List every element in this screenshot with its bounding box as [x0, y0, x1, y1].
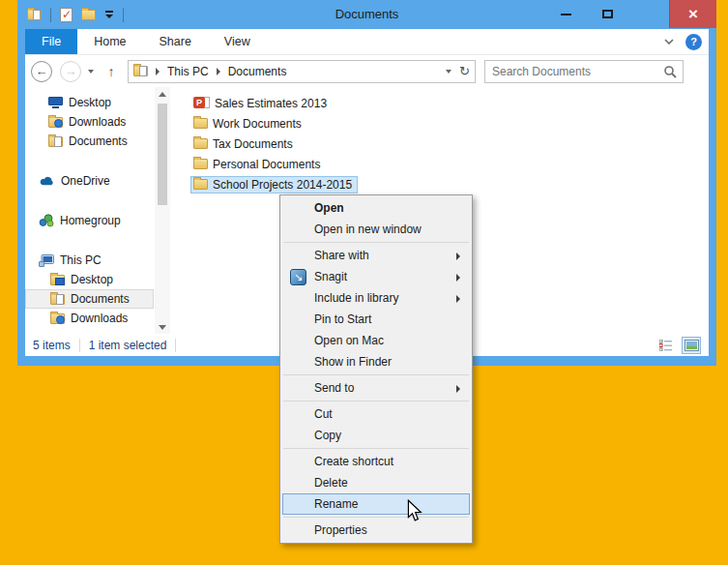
search-input[interactable]: [485, 61, 683, 82]
tab-file[interactable]: File: [25, 29, 77, 54]
details-view-icon: [659, 340, 673, 351]
file-row: Tax Documents: [190, 134, 709, 154]
recent-locations-icon[interactable]: [88, 70, 94, 74]
folder-school-projects[interactable]: School Projects 2014-2015: [190, 176, 358, 193]
folder-document-icon: [48, 136, 63, 147]
address-dropdown-icon[interactable]: [446, 70, 451, 74]
scrollbar-thumb[interactable]: [158, 104, 167, 205]
menu-item-show-in-finder[interactable]: Show in Finder: [282, 351, 470, 372]
navigation-toolbar: ← → ↑ This PC Documents ↻: [25, 55, 709, 87]
menu-item-share-with[interactable]: Share with: [282, 245, 470, 266]
refresh-icon[interactable]: ↻: [459, 64, 470, 78]
menu-item-create-shortcut[interactable]: Create shortcut: [282, 451, 470, 472]
desktop: ✓ Documents × File Home Share View ?: [0, 0, 728, 565]
mouse-cursor: [404, 499, 425, 522]
maximize-button[interactable]: [593, 0, 622, 28]
folder-icon: [193, 118, 208, 129]
maximize-icon: [602, 10, 613, 18]
qat-separator: [50, 8, 51, 22]
minimize-button[interactable]: [551, 0, 580, 28]
navigation-pane: Desktop Downloads Documents OneDrive: [25, 87, 170, 334]
submenu-arrow-icon: [456, 385, 460, 393]
menu-item-open[interactable]: Open: [282, 197, 470, 219]
sidebar-item-pc-downloads[interactable]: Downloads: [25, 309, 154, 328]
qat-customize-icon[interactable]: [104, 11, 114, 18]
folder-work-documents[interactable]: Work Documents: [190, 115, 307, 133]
menu-item-pin-to-start[interactable]: Pin to Start: [282, 309, 470, 330]
ribbon-tabs: File Home Share View ?: [25, 29, 709, 55]
file-row: Personal Documents: [190, 154, 709, 174]
folder-download-icon: [50, 313, 65, 324]
computer-icon: [39, 254, 54, 267]
folder-monitor-icon: [50, 275, 65, 285]
menu-item-open-new-window[interactable]: Open in new window: [282, 219, 470, 240]
breadcrumb-arrow-icon[interactable]: [217, 68, 220, 75]
nav-scrollbar[interactable]: [155, 87, 170, 334]
search-icon[interactable]: [663, 65, 677, 78]
new-folder-icon[interactable]: [81, 10, 96, 20]
properties-icon[interactable]: ✓: [60, 8, 73, 22]
menu-item-include-in-library[interactable]: Include in library: [282, 287, 470, 309]
thumbnail-view-icon: [684, 340, 699, 351]
menu-separator: [283, 448, 469, 449]
submenu-arrow-icon: [456, 295, 460, 303]
file-sales-estimates[interactable]: P Sales Estimates 2013: [190, 95, 333, 112]
menu-item-snagit[interactable]: ↘Snagit: [282, 266, 470, 287]
menu-item-cut[interactable]: Cut: [282, 403, 470, 425]
qat-separator: [123, 8, 124, 22]
tab-home[interactable]: Home: [77, 29, 142, 54]
back-button[interactable]: ←: [31, 61, 52, 82]
sidebar-item-homegroup[interactable]: Homegroup: [25, 211, 154, 230]
address-bar[interactable]: This PC Documents ↻: [128, 60, 476, 83]
homegroup-icon: [39, 214, 54, 227]
scroll-up-icon[interactable]: [155, 87, 170, 101]
scroll-down-icon[interactable]: [155, 320, 170, 334]
details-view-button[interactable]: [656, 337, 676, 354]
sidebar-item-onedrive[interactable]: OneDrive: [25, 171, 154, 191]
menu-separator: [283, 374, 469, 375]
status-separator: [79, 339, 80, 352]
sidebar-item-downloads[interactable]: Downloads: [25, 112, 154, 132]
snagit-icon: ↘: [290, 269, 306, 285]
menu-item-copy[interactable]: Copy: [282, 425, 470, 446]
sidebar-item-desktop[interactable]: Desktop: [25, 93, 154, 112]
titlebar[interactable]: ✓ Documents ×: [17, 0, 716, 29]
sidebar-item-this-pc[interactable]: This PC: [25, 251, 154, 270]
powerpoint-file-icon: P: [193, 97, 210, 109]
search-box[interactable]: [484, 60, 684, 83]
folder-personal-documents[interactable]: Personal Documents: [190, 156, 326, 173]
folder-icon: [193, 138, 208, 149]
menu-item-delete[interactable]: Delete: [282, 472, 470, 493]
breadcrumb-documents[interactable]: Documents: [228, 65, 287, 78]
help-icon[interactable]: ?: [685, 34, 702, 50]
menu-item-properties[interactable]: Properties: [282, 520, 470, 541]
menu-separator: [283, 401, 469, 401]
file-row: P Sales Estimates 2013: [190, 93, 709, 113]
folder-tax-documents[interactable]: Tax Documents: [190, 135, 299, 153]
sidebar-item-pc-desktop[interactable]: Desktop: [25, 270, 154, 289]
sidebar-item-pc-documents[interactable]: Documents: [25, 289, 154, 309]
tab-share[interactable]: Share: [143, 29, 208, 54]
file-row: School Projects 2014-2015: [190, 174, 709, 194]
ribbon-expand-icon[interactable]: [664, 39, 674, 45]
context-menu: Open Open in new window Share with ↘Snag…: [279, 194, 473, 544]
submenu-arrow-icon: [456, 253, 460, 260]
breadcrumb-arrow-icon[interactable]: [156, 68, 160, 75]
thumbnail-view-button[interactable]: [682, 337, 701, 354]
sidebar-item-documents[interactable]: Documents: [25, 132, 154, 151]
folder-download-icon: [48, 117, 63, 128]
forward-button[interactable]: →: [60, 61, 81, 82]
menu-item-open-on-mac[interactable]: Open on Mac: [282, 330, 470, 351]
submenu-arrow-icon: [456, 274, 460, 282]
breadcrumb-this-pc[interactable]: This PC: [167, 65, 209, 78]
menu-separator: [283, 517, 469, 518]
quick-access-toolbar: ✓: [27, 0, 124, 29]
close-button[interactable]: ×: [669, 0, 716, 28]
menu-separator: [283, 242, 469, 243]
menu-item-rename[interactable]: Rename: [282, 493, 470, 515]
tab-view[interactable]: View: [208, 29, 267, 54]
menu-item-send-to[interactable]: Send to: [282, 377, 470, 399]
folder-icon: [193, 159, 208, 169]
up-button[interactable]: ↑: [101, 64, 122, 79]
onedrive-cloud-icon: [39, 175, 55, 187]
